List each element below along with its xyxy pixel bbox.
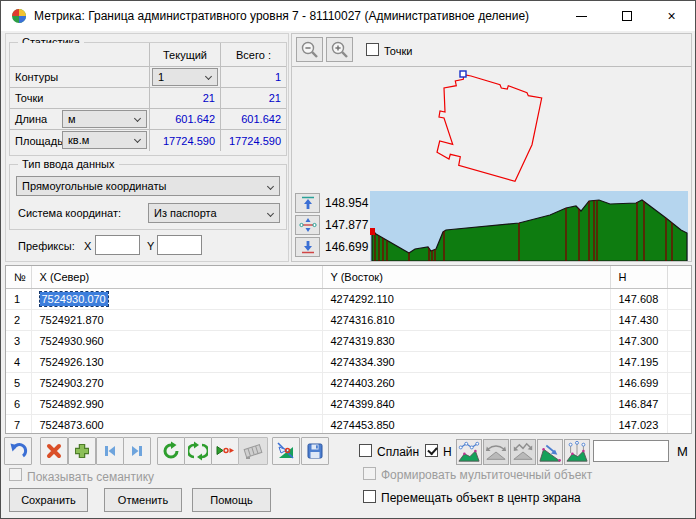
table-cell[interactable]: 4274334.390	[322, 351, 610, 372]
table-cell[interactable]: 5	[6, 372, 31, 393]
h-checkbox-label: Н	[443, 445, 452, 459]
table-cell[interactable]: 147.023	[610, 414, 667, 434]
table-cell[interactable]: 7524903.270	[31, 372, 322, 393]
center-object-checkbox[interactable]	[363, 490, 376, 503]
table-cell[interactable]: 4274292.110	[322, 288, 610, 309]
column-header[interactable]: №	[6, 266, 31, 288]
restart-contour-button[interactable]	[157, 437, 185, 465]
table-cell[interactable]: 7524926.130	[31, 351, 322, 372]
prefix-y-label: Y	[147, 240, 154, 252]
table-cell[interactable]: 147.608	[610, 288, 667, 309]
table-cell[interactable]: 4274319.830	[322, 330, 610, 351]
table-row: 17524930.0704274292.110147.608	[6, 288, 691, 309]
spline-checkbox-label: Сплайн	[377, 445, 419, 459]
profile-max-button[interactable]	[295, 193, 320, 213]
table-cell[interactable]: 7524921.870	[31, 309, 322, 330]
profile-edit-nodes-button[interactable]	[456, 439, 482, 465]
table-cell[interactable]: 4274316.810	[322, 309, 610, 330]
slope-arrow-icon	[539, 441, 561, 463]
column-header-current: Текущий	[150, 43, 221, 67]
table-cell[interactable]: 4	[6, 351, 31, 372]
column-header[interactable]: X (Север)	[31, 266, 322, 288]
profile-min-value: 146.699	[325, 240, 369, 254]
column-header[interactable]: Y (Восток)	[322, 266, 610, 288]
column-header-total: Всего :	[221, 43, 286, 67]
save-metrics-button[interactable]	[301, 437, 329, 465]
cancel-button[interactable]: Отменить	[104, 488, 182, 512]
points-total-value: 21	[221, 88, 286, 109]
keyboard-icon	[242, 441, 264, 461]
close-icon: ×	[667, 11, 675, 21]
maximize-button[interactable]	[604, 1, 649, 31]
table-cell[interactable]: 7524930.070	[31, 288, 322, 309]
table-cell[interactable]: 1	[6, 288, 31, 309]
contours-count-select[interactable]: 1	[152, 68, 218, 86]
title-bar[interactable]: Метрика: Граница административного уровн…	[1, 1, 695, 31]
coord-system-select[interactable]: Из паспорта	[148, 203, 280, 223]
column-header[interactable]: H	[610, 266, 667, 288]
table-cell[interactable]: 7	[6, 414, 31, 434]
selected-cell-value: 7524930.070	[40, 292, 108, 306]
prefix-x-input[interactable]	[95, 235, 140, 255]
profile-nodes-icon	[458, 441, 480, 463]
table-cell[interactable]: 6	[6, 393, 31, 414]
table-row: 57524903.2704274403.260146.699	[6, 372, 691, 393]
profile-raise-nodes-button[interactable]	[564, 439, 590, 465]
statistics-group: Статистика Текущий Всего : Контуры 1 1 Т…	[9, 42, 287, 156]
zoom-in-button[interactable]	[326, 37, 353, 62]
profile-min-button[interactable]	[295, 237, 320, 257]
close-button[interactable]: ×	[649, 1, 694, 31]
table-cell[interactable]: 3	[6, 330, 31, 351]
points-checkbox[interactable]	[366, 43, 379, 56]
floppy-save-icon	[306, 442, 324, 460]
table-cell[interactable]: 147.195	[610, 351, 667, 372]
table-cell[interactable]: 4274453.850	[322, 414, 610, 434]
help-button[interactable]: Помощь	[192, 488, 271, 512]
table-cell[interactable]: 146.847	[610, 393, 667, 414]
first-point-button[interactable]	[96, 437, 124, 465]
table-cell[interactable]: 7524892.990	[31, 393, 322, 414]
delete-icon	[45, 442, 63, 460]
save-button[interactable]: Сохранить	[9, 488, 88, 512]
area-total-value: 17724.590	[221, 130, 286, 151]
zoom-out-button[interactable]	[296, 37, 323, 62]
map-canvas[interactable]	[292, 68, 691, 190]
table-row: 27524921.8704274316.810147.430	[6, 309, 691, 330]
spline-checkbox[interactable]	[359, 444, 372, 457]
contours-total-value: 1	[221, 67, 286, 88]
table-cell[interactable]: 4274399.840	[322, 393, 610, 414]
last-point-button[interactable]	[123, 437, 151, 465]
goto-object-button[interactable]	[272, 437, 300, 465]
multipoint-checkbox	[363, 467, 376, 480]
minimize-button[interactable]	[559, 1, 604, 31]
meters-input[interactable]	[593, 440, 669, 462]
app-icon	[11, 8, 27, 24]
keyboard-input-button	[238, 437, 268, 465]
points-label: Точки	[10, 88, 150, 109]
table-cell[interactable]: 146.699	[610, 372, 667, 393]
chevron-down-icon	[267, 183, 274, 190]
undo-button[interactable]	[4, 437, 32, 465]
delete-point-button[interactable]	[40, 437, 68, 465]
table-cell[interactable]: 7524873.600	[31, 414, 322, 434]
coordinates-table[interactable]: №X (Север)Y (Восток)H 17524930.070427429…	[5, 265, 692, 434]
table-cell[interactable]: 4274403.260	[322, 372, 610, 393]
prefix-y-input[interactable]	[157, 235, 202, 255]
add-point-button[interactable]	[68, 437, 96, 465]
profile-mean-button[interactable]	[295, 215, 320, 235]
raise-nodes-icon	[566, 441, 588, 463]
area-unit-select[interactable]: кв.м	[62, 131, 147, 149]
elevation-profile-chart	[370, 191, 688, 261]
profile-slope-button[interactable]	[537, 439, 563, 465]
table-cell[interactable]: 2	[6, 309, 31, 330]
table-cell[interactable]: 147.430	[610, 309, 667, 330]
map-panel: Точки 148.954	[291, 33, 692, 262]
smooth-arc-icon	[485, 441, 507, 463]
coordinates-type-select[interactable]: Прямоугольные координаты	[16, 176, 280, 196]
insert-point-button[interactable]	[211, 437, 239, 465]
length-unit-select[interactable]: м	[62, 110, 147, 128]
table-cell[interactable]: 147.300	[610, 330, 667, 351]
reverse-direction-button[interactable]	[184, 437, 212, 465]
table-cell[interactable]: 7524930.960	[31, 330, 322, 351]
h-checkbox[interactable]	[425, 444, 438, 457]
